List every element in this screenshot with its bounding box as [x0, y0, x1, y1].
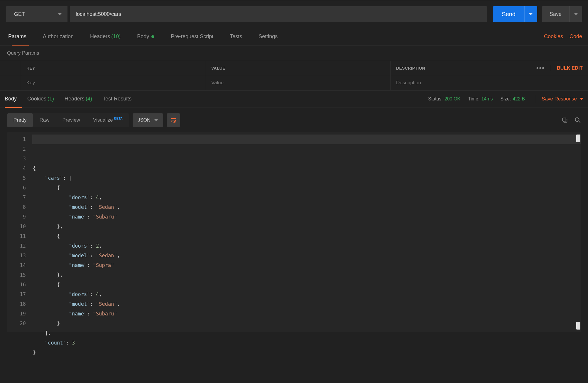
save-response-button[interactable]: Save Response — [535, 95, 583, 103]
save-button[interactable]: Save — [542, 6, 582, 22]
tab-label: Body — [137, 33, 149, 40]
tab-authorization[interactable]: Authorization — [35, 28, 82, 45]
search-button[interactable] — [575, 117, 581, 123]
response-body-viewer[interactable]: 1234567891011121314151617181920 { "cars"… — [7, 132, 581, 332]
size-label: Size: — [501, 96, 511, 101]
http-method-select[interactable]: GET — [6, 6, 67, 22]
copy-button[interactable] — [562, 117, 568, 123]
description-header: Description ••• Bulk Edit — [391, 61, 588, 75]
tab-label: Test Results — [103, 96, 131, 102]
scrollbar-thumb[interactable] — [576, 322, 580, 330]
send-button-label[interactable]: Send — [493, 6, 524, 22]
send-button[interactable]: Send — [493, 6, 537, 22]
tab-label: Headers — [90, 33, 110, 40]
tab-label: Body — [5, 96, 17, 102]
http-method-label: GET — [14, 11, 25, 17]
code-content[interactable]: { "cars": [ { "doors": 4, "model": "Seda… — [33, 132, 581, 332]
tab-response-headers[interactable]: Headers (4) — [59, 90, 97, 107]
response-tabs: Body Cookies (1) Headers (4) Test Result… — [0, 90, 588, 108]
line-number-gutter: 1234567891011121314151617181920 — [7, 132, 33, 332]
tab-body[interactable]: Body — [129, 28, 163, 45]
divider — [551, 65, 551, 71]
tab-params[interactable]: Params — [6, 28, 35, 45]
wrap-icon — [170, 117, 177, 123]
bulk-edit-link[interactable]: Bulk Edit — [557, 65, 583, 71]
save-button-dropdown[interactable] — [569, 6, 582, 22]
chevron-down-icon — [529, 13, 533, 15]
tab-label: Authorization — [43, 33, 74, 40]
headers-count: (4) — [86, 96, 92, 102]
tab-response-body[interactable]: Body — [5, 90, 22, 107]
chevron-down-icon — [58, 13, 62, 15]
response-meta: Status:200 OK Time:14ms Size:422 B Save … — [428, 95, 583, 103]
tab-label: Cookies — [27, 96, 46, 102]
format-select[interactable]: JSON — [133, 113, 163, 127]
svg-rect-1 — [563, 118, 566, 121]
checkbox-header-cell — [0, 61, 21, 75]
view-pretty[interactable]: Pretty — [7, 113, 33, 127]
description-input[interactable] — [396, 80, 583, 86]
time-value: 14ms — [481, 96, 493, 101]
tab-headers[interactable]: Headers (10) — [82, 28, 129, 45]
chevron-down-icon — [154, 119, 158, 121]
wrap-lines-button[interactable] — [167, 113, 180, 127]
chevron-down-icon — [574, 13, 578, 15]
tab-settings[interactable]: Settings — [250, 28, 286, 45]
cookies-count: (1) — [48, 96, 54, 102]
key-input[interactable] — [26, 80, 200, 86]
tab-pre-request-script[interactable]: Pre-request Script — [163, 28, 222, 45]
size-value: 422 B — [513, 96, 525, 101]
tab-label: Pre-request Script — [171, 33, 213, 40]
tab-label: Settings — [258, 33, 278, 40]
value-input[interactable] — [211, 80, 385, 86]
time-label: Time: — [468, 96, 479, 101]
scrollbar-thumb[interactable] — [576, 135, 580, 142]
current-line-highlight — [32, 135, 581, 144]
send-button-dropdown[interactable] — [524, 6, 537, 22]
tab-test-results[interactable]: Test Results — [97, 90, 137, 107]
table-row — [0, 75, 588, 90]
tab-tests[interactable]: Tests — [222, 28, 250, 45]
row-checkbox-cell[interactable] — [0, 75, 21, 90]
more-options-icon[interactable]: ••• — [536, 64, 545, 72]
description-header-label: Description — [396, 66, 425, 70]
query-params-table: Key Value Description ••• Bulk Edit — [0, 61, 588, 90]
svg-line-3 — [579, 121, 580, 123]
save-button-label[interactable]: Save — [542, 6, 569, 22]
view-visualize[interactable]: Visualize BETA — [87, 113, 129, 127]
view-raw[interactable]: Raw — [33, 113, 56, 127]
search-icon — [575, 117, 581, 123]
view-mode-segmented: Pretty Raw Preview Visualize BETA — [7, 113, 129, 127]
status-label: Status: — [428, 96, 443, 101]
body-indicator-icon — [151, 35, 154, 38]
url-input[interactable] — [70, 6, 487, 22]
request-tabs: Params Authorization Headers (10) Body P… — [0, 28, 588, 46]
response-view-controls: Pretty Raw Preview Visualize BETA JSON — [0, 108, 588, 132]
cookies-link[interactable]: Cookies — [544, 33, 563, 40]
beta-badge: BETA — [114, 117, 123, 120]
tab-label: Tests — [230, 33, 242, 40]
headers-count: (10) — [111, 33, 121, 40]
key-header: Key — [21, 61, 206, 75]
code-link[interactable]: Code — [570, 33, 582, 40]
copy-icon — [562, 117, 568, 123]
request-bar: GET Send Save — [0, 0, 588, 28]
status-value: 200 OK — [445, 96, 460, 101]
tab-label: Params — [8, 33, 26, 40]
tab-response-cookies[interactable]: Cookies (1) — [22, 90, 59, 107]
value-header: Value — [206, 61, 391, 75]
tab-label: Headers — [65, 96, 85, 102]
visualize-label: Visualize — [93, 117, 113, 123]
format-label: JSON — [138, 117, 151, 123]
view-preview[interactable]: Preview — [56, 113, 86, 127]
query-params-title: Query Params — [0, 46, 588, 61]
save-response-label: Save Response — [542, 96, 577, 102]
table-header-row: Key Value Description ••• Bulk Edit — [0, 61, 588, 75]
chevron-down-icon — [580, 98, 583, 100]
